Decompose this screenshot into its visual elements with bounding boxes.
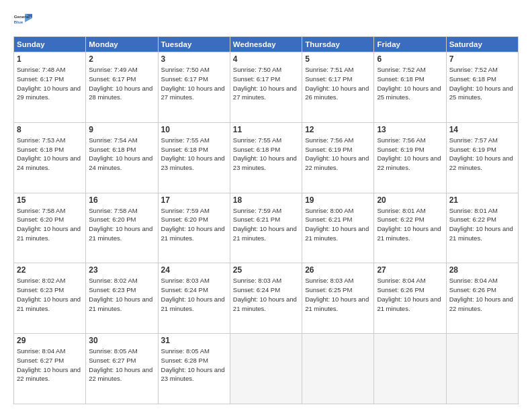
logo: General Blue	[13, 11, 32, 30]
calendar-header-tuesday: Tuesday	[158, 37, 230, 52]
day-number: 30	[89, 336, 154, 345]
day-number: 8	[17, 125, 83, 134]
day-number: 25	[233, 265, 299, 275]
calendar-cell: 15Sunrise: 7:58 AMSunset: 6:20 PMDayligh…	[14, 193, 86, 263]
calendar-cell: 20Sunrise: 8:01 AMSunset: 6:22 PMDayligh…	[374, 193, 446, 263]
day-info: Sunrise: 8:01 AMSunset: 6:22 PMDaylight:…	[449, 206, 515, 243]
day-number: 9	[89, 125, 154, 134]
day-info: Sunrise: 8:01 AMSunset: 6:22 PMDaylight:…	[377, 206, 443, 243]
calendar-cell: 18Sunrise: 7:59 AMSunset: 6:21 PMDayligh…	[230, 193, 302, 263]
day-number: 24	[161, 265, 227, 275]
day-number: 28	[449, 265, 515, 275]
calendar-cell	[374, 334, 446, 404]
calendar-cell: 6Sunrise: 7:52 AMSunset: 6:18 PMDaylight…	[374, 52, 446, 123]
calendar-week-row: 29Sunrise: 8:04 AMSunset: 6:27 PMDayligh…	[14, 334, 519, 404]
day-number: 7	[449, 54, 515, 64]
calendar-cell: 19Sunrise: 8:00 AMSunset: 6:21 PMDayligh…	[302, 193, 374, 263]
day-info: Sunrise: 8:02 AMSunset: 6:23 PMDaylight:…	[89, 276, 154, 313]
day-number: 10	[161, 125, 227, 134]
day-number: 20	[377, 195, 443, 205]
day-info: Sunrise: 7:55 AMSunset: 6:18 PMDaylight:…	[161, 136, 227, 173]
calendar-cell: 28Sunrise: 8:04 AMSunset: 6:26 PMDayligh…	[446, 263, 518, 334]
calendar-cell: 23Sunrise: 8:02 AMSunset: 6:23 PMDayligh…	[86, 263, 158, 334]
calendar-cell: 2Sunrise: 7:49 AMSunset: 6:17 PMDaylight…	[86, 52, 158, 123]
calendar-header-thursday: Thursday	[302, 37, 374, 52]
calendar-header-sunday: Sunday	[14, 37, 86, 52]
calendar-cell: 7Sunrise: 7:52 AMSunset: 6:18 PMDaylight…	[446, 52, 518, 123]
day-info: Sunrise: 7:57 AMSunset: 6:19 PMDaylight:…	[449, 136, 515, 173]
day-number: 1	[17, 54, 83, 64]
calendar-cell: 11Sunrise: 7:55 AMSunset: 6:18 PMDayligh…	[230, 122, 302, 193]
day-info: Sunrise: 8:04 AMSunset: 6:26 PMDaylight:…	[449, 276, 515, 313]
logo-icon: General Blue	[13, 11, 32, 30]
day-number: 17	[161, 195, 227, 205]
header: General Blue	[13, 11, 519, 30]
day-number: 4	[233, 54, 299, 64]
calendar-cell	[446, 334, 518, 404]
day-number: 13	[377, 125, 443, 134]
calendar-week-row: 15Sunrise: 7:58 AMSunset: 6:20 PMDayligh…	[14, 193, 519, 263]
day-number: 22	[17, 265, 83, 275]
calendar-cell: 30Sunrise: 8:05 AMSunset: 6:27 PMDayligh…	[86, 334, 158, 404]
day-info: Sunrise: 8:05 AMSunset: 6:27 PMDaylight:…	[89, 347, 154, 383]
calendar-cell: 4Sunrise: 7:50 AMSunset: 6:17 PMDaylight…	[230, 52, 302, 123]
day-info: Sunrise: 7:53 AMSunset: 6:18 PMDaylight:…	[17, 136, 83, 173]
calendar-cell: 8Sunrise: 7:53 AMSunset: 6:18 PMDaylight…	[14, 122, 86, 193]
day-number: 3	[161, 54, 227, 64]
calendar-header-monday: Monday	[86, 37, 158, 52]
day-number: 6	[377, 54, 443, 64]
day-info: Sunrise: 7:58 AMSunset: 6:20 PMDaylight:…	[17, 206, 83, 243]
day-info: Sunrise: 8:03 AMSunset: 6:24 PMDaylight:…	[161, 276, 227, 313]
calendar-week-row: 8Sunrise: 7:53 AMSunset: 6:18 PMDaylight…	[14, 122, 519, 193]
day-info: Sunrise: 7:50 AMSunset: 6:17 PMDaylight:…	[161, 65, 227, 102]
svg-text:General: General	[14, 14, 30, 19]
day-info: Sunrise: 7:49 AMSunset: 6:17 PMDaylight:…	[89, 65, 154, 102]
day-number: 27	[377, 265, 443, 275]
day-number: 29	[17, 336, 83, 345]
calendar-cell: 5Sunrise: 7:51 AMSunset: 6:17 PMDaylight…	[302, 52, 374, 123]
day-info: Sunrise: 8:04 AMSunset: 6:26 PMDaylight:…	[377, 276, 443, 313]
calendar-header-wednesday: Wednesday	[230, 37, 302, 52]
calendar-cell	[230, 334, 302, 404]
day-info: Sunrise: 7:55 AMSunset: 6:18 PMDaylight:…	[233, 136, 299, 173]
day-info: Sunrise: 7:51 AMSunset: 6:17 PMDaylight:…	[305, 65, 371, 102]
calendar-cell	[302, 334, 374, 404]
day-info: Sunrise: 8:02 AMSunset: 6:23 PMDaylight:…	[17, 276, 83, 313]
calendar-cell: 12Sunrise: 7:56 AMSunset: 6:19 PMDayligh…	[302, 122, 374, 193]
day-number: 15	[17, 195, 83, 205]
calendar-cell: 26Sunrise: 8:03 AMSunset: 6:25 PMDayligh…	[302, 263, 374, 334]
day-info: Sunrise: 7:48 AMSunset: 6:17 PMDaylight:…	[17, 65, 83, 102]
calendar-header-friday: Friday	[374, 37, 446, 52]
calendar-cell: 27Sunrise: 8:04 AMSunset: 6:26 PMDayligh…	[374, 263, 446, 334]
day-info: Sunrise: 7:52 AMSunset: 6:18 PMDaylight:…	[449, 65, 515, 102]
calendar-cell: 24Sunrise: 8:03 AMSunset: 6:24 PMDayligh…	[158, 263, 230, 334]
day-info: Sunrise: 7:52 AMSunset: 6:18 PMDaylight:…	[377, 65, 443, 102]
calendar-cell: 9Sunrise: 7:54 AMSunset: 6:18 PMDaylight…	[86, 122, 158, 193]
day-number: 11	[233, 125, 299, 134]
page: General Blue SundayMondayTuesdayWednesda…	[0, 0, 532, 411]
day-number: 26	[305, 265, 371, 275]
svg-text:Blue: Blue	[14, 19, 24, 24]
calendar-table: SundayMondayTuesdayWednesdayThursdayFrid…	[13, 36, 519, 404]
day-info: Sunrise: 7:58 AMSunset: 6:20 PMDaylight:…	[89, 206, 154, 243]
calendar-cell: 29Sunrise: 8:04 AMSunset: 6:27 PMDayligh…	[14, 334, 86, 404]
calendar-cell: 3Sunrise: 7:50 AMSunset: 6:17 PMDaylight…	[158, 52, 230, 123]
calendar-cell: 21Sunrise: 8:01 AMSunset: 6:22 PMDayligh…	[446, 193, 518, 263]
day-info: Sunrise: 7:59 AMSunset: 6:21 PMDaylight:…	[233, 206, 299, 243]
calendar-cell: 17Sunrise: 7:59 AMSunset: 6:20 PMDayligh…	[158, 193, 230, 263]
day-number: 19	[305, 195, 371, 205]
day-number: 5	[305, 54, 371, 64]
calendar-cell: 10Sunrise: 7:55 AMSunset: 6:18 PMDayligh…	[158, 122, 230, 193]
day-info: Sunrise: 8:05 AMSunset: 6:28 PMDaylight:…	[161, 347, 227, 383]
day-info: Sunrise: 8:00 AMSunset: 6:21 PMDaylight:…	[305, 206, 371, 243]
calendar-cell: 22Sunrise: 8:02 AMSunset: 6:23 PMDayligh…	[14, 263, 86, 334]
calendar-cell: 13Sunrise: 7:56 AMSunset: 6:19 PMDayligh…	[374, 122, 446, 193]
day-number: 18	[233, 195, 299, 205]
day-number: 21	[449, 195, 515, 205]
day-number: 14	[449, 125, 515, 134]
calendar-cell: 25Sunrise: 8:03 AMSunset: 6:24 PMDayligh…	[230, 263, 302, 334]
day-info: Sunrise: 7:59 AMSunset: 6:20 PMDaylight:…	[161, 206, 227, 243]
day-info: Sunrise: 8:03 AMSunset: 6:24 PMDaylight:…	[233, 276, 299, 313]
calendar-cell: 1Sunrise: 7:48 AMSunset: 6:17 PMDaylight…	[14, 52, 86, 123]
day-number: 23	[89, 265, 154, 275]
